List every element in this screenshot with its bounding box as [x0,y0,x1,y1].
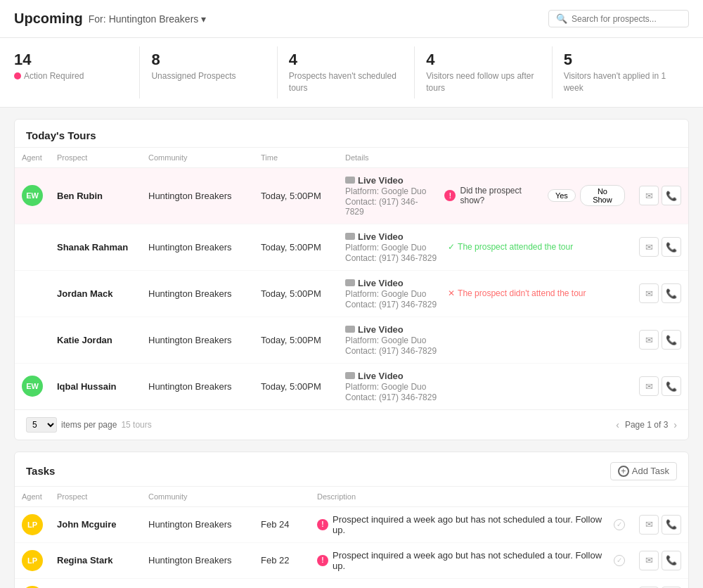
no-show-button[interactable]: No Show [580,185,625,206]
stat-not-applied[interactable]: 5 Visitors haven't applied in 1 week [553,46,689,98]
action-icons: ✉ 📞 [639,283,681,303]
call-button[interactable]: 📞 [662,186,681,205]
detail-type: Live Video [345,371,437,381]
task-description: ! Prospect inquired a week ago but has n… [317,586,625,588]
table-row: Jordan MackHuntington BreakersToday, 5:0… [15,270,688,317]
email-button[interactable]: ✉ [639,186,659,205]
table-row: EWBen RubinHuntington BreakersToday, 5:0… [15,167,688,224]
col-prospect-header: Prospect [50,148,141,168]
tours-prospect-cell: Shanak Rahman [50,224,141,270]
detail-platform: Platform: Google Duo [345,243,437,253]
email-button[interactable]: ✉ [639,283,659,303]
email-button[interactable]: ✉ [639,515,659,535]
stat-number-not-applied: 5 [564,51,678,69]
tours-time-cell: Today, 5:00PM [254,167,338,224]
avatar: EW [22,185,43,206]
search-box[interactable]: 🔍 [548,10,689,27]
table-row: EWIqbal HussainHuntington BreakersToday,… [15,363,688,409]
tours-per-page: 5 10 25 items per page 15 tours [26,417,152,433]
tasks-col-community-header: Community [141,487,254,507]
prospect-name: Jordan Mack [57,288,112,299]
action-icons: ✉ 📞 [639,330,681,350]
tours-details-cell: Live Video Platform: Google Duo Contact:… [338,317,632,363]
video-icon [345,326,355,333]
tours-per-page-select[interactable]: 5 10 25 [26,417,57,433]
detail-type: Live Video [345,231,437,242]
table-row: LPJohn McguireHuntington BreakersFeb 24 … [15,506,688,542]
call-button[interactable]: 📞 [662,283,681,303]
stat-label-follow-ups: Visitors need follow ups after tours [426,70,540,94]
tasks-actions-cell: ✉ 📞 [632,542,688,578]
detail-block: Live Video Platform: Google Duo Contact:… [345,371,437,402]
action-icons: ✉ 📞 [639,237,681,257]
complete-button[interactable]: ✓ [614,555,625,566]
call-button[interactable]: 📞 [662,551,681,570]
task-description: ! Prospect inquired a week ago but has n… [317,550,625,571]
stat-number-unassigned: 8 [151,51,265,69]
tasks-agent-cell: LP [15,506,50,542]
email-button[interactable]: ✉ [639,551,659,570]
tours-community-cell: Huntington Breakers [141,363,254,409]
tours-time-cell: Today, 5:00PM [254,317,338,363]
video-icon [345,177,355,184]
tours-community-cell: Huntington Breakers [141,167,254,224]
task-description: ! Prospect inquired a week ago but has n… [317,514,625,535]
email-button[interactable]: ✉ [639,330,659,350]
video-icon [345,372,355,379]
tours-per-page-label: items per page [61,420,117,430]
prospect-name: Iqbal Hussain [57,381,117,392]
video-icon [345,279,355,286]
prospect-name: John Mcguire [57,519,117,530]
stat-no-tours[interactable]: 4 Prospects haven't scheduled tours [278,46,415,98]
detail-contact: Contact: (917) 346-7829 [345,197,433,217]
stat-follow-ups[interactable]: 4 Visitors need follow ups after tours [415,46,552,98]
avatar: EW [22,376,43,397]
tours-next-btn[interactable]: › [673,419,677,430]
yes-button[interactable]: Yes [548,189,576,202]
tour-status: ✕The prospect didn't attend the tour [448,288,586,298]
search-input[interactable] [572,14,681,24]
tours-card-header: Today's Tours [15,120,688,148]
col-actions-header [632,148,688,168]
stat-unassigned[interactable]: 8 Unassigned Prospects [140,46,277,98]
complete-button[interactable]: ✓ [614,519,625,530]
tours-prospect-cell: Ben Rubin [50,167,141,224]
chevron-down-icon[interactable]: ▾ [201,13,206,25]
main-content: Today's Tours Agent Prospect Community T… [0,108,703,588]
tours-table: Agent Prospect Community Time Details EW… [15,148,688,409]
stat-label-not-applied: Visitors haven't applied in 1 week [564,70,678,94]
action-icons: ✉ 📞 [639,551,681,570]
detail-contact: Contact: (917) 346-7829 [345,346,437,356]
email-button[interactable]: ✉ [639,376,659,396]
call-button[interactable]: 📞 [662,376,681,396]
tours-prospect-cell: Iqbal Hussain [50,363,141,409]
task-desc-text: Prospect inquired a week ago but has not… [333,586,610,588]
detail-block: Live Video Platform: Google Duo Contact:… [345,278,437,309]
tasks-actions-cell: ✉ 📞 [632,506,688,542]
tasks-col-actions-header [632,487,688,507]
tasks-table: Agent Prospect Community Description LPJ… [15,487,688,588]
call-button[interactable]: 📞 [662,330,681,350]
add-task-icon: + [618,466,629,477]
detail-contact: Contact: (917) 346-7829 [345,300,437,309]
action-icons: ✉ 📞 [639,186,681,205]
header-left: Upcoming For: Huntington Breakers ▾ [14,11,206,27]
call-button[interactable]: 📞 [662,515,681,535]
email-button[interactable]: ✉ [639,237,659,257]
stat-number-follow-ups: 4 [426,51,540,69]
tasks-title: Tasks [26,465,55,477]
video-icon [345,233,355,240]
add-task-button[interactable]: + Add Task [610,462,677,480]
tour-status: ✓The prospect attended the tour [448,242,573,252]
stat-action-required[interactable]: 14 Action Required [14,46,140,98]
task-desc-text: Prospect inquired a week ago but has not… [333,550,610,571]
tours-prospect-cell: Katie Jordan [50,317,141,363]
tasks-community-cell: Huntington Breakers [141,506,254,542]
table-row: Shanak RahmanHuntington BreakersToday, 5… [15,224,688,270]
tasks-card: Tasks + Add Task Agent Prospect Communit… [14,452,689,588]
attended-status: ✓The prospect attended the tour [448,242,573,252]
call-button[interactable]: 📞 [662,237,681,257]
tours-agent-cell: EW [15,363,50,409]
tours-prev-btn[interactable]: ‹ [616,419,619,430]
detail-type: Live Video [345,278,437,288]
